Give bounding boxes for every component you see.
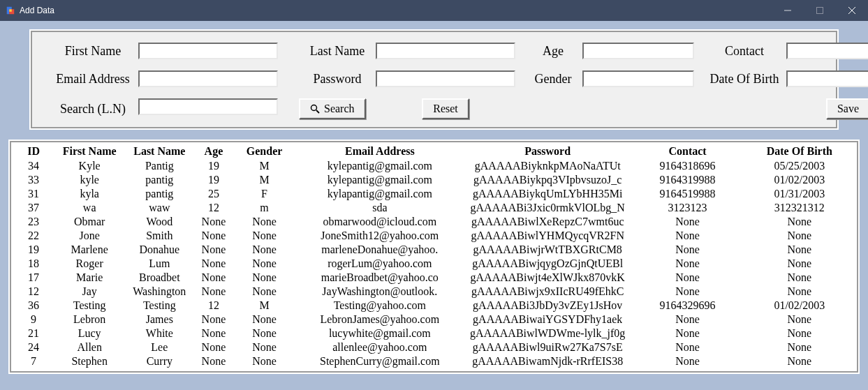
minimize-button[interactable]: [772, 0, 804, 21]
cell: 33: [13, 173, 54, 187]
form-panel: First Name Last Name Age Contact Email A…: [29, 29, 839, 130]
cell: None: [233, 243, 295, 257]
cell: gAAAAABiwaiYGSYDFhy1aek: [464, 313, 631, 327]
table-row[interactable]: 19MarleneDonahueNoneNonemarleneDonahue@y…: [13, 243, 855, 257]
table-row[interactable]: 33kylepantig19Mkylepantig@gmail.comgAAAA…: [13, 173, 855, 187]
last-name-field[interactable]: [376, 43, 515, 59]
cell: None: [194, 257, 233, 271]
cell: None: [744, 340, 855, 354]
search-input[interactable]: [138, 98, 278, 115]
gender-field[interactable]: [582, 70, 694, 87]
col-email[interactable]: Email Address: [296, 144, 464, 159]
table-row[interactable]: 36TestingTesting12MTesting@yahoo.comgAAA…: [13, 299, 855, 313]
age-field[interactable]: [582, 43, 694, 59]
cell: None: [233, 313, 295, 327]
dob-field[interactable]: [786, 70, 868, 87]
client-area: First Name Last Name Age Contact Email A…: [0, 21, 868, 390]
svg-point-5: [311, 105, 317, 111]
close-button[interactable]: [836, 0, 868, 21]
cell: None: [233, 229, 295, 243]
cell: gAAAAABiwjqygOzGjnQtUEBl: [464, 257, 631, 271]
table-row[interactable]: 21LucyWhiteNoneNonelucywhite@gmail.comgA…: [13, 327, 855, 340]
email-field[interactable]: [138, 70, 278, 87]
cell: Lucy: [54, 327, 124, 340]
table-row[interactable]: 37wawaw12msdagAAAAABi3Jxic0rmkVlOLbg_N31…: [13, 201, 855, 215]
cell: 22: [13, 229, 54, 243]
cell: kyle: [54, 173, 124, 187]
col-last-name[interactable]: Last Name: [124, 144, 194, 159]
cell: None: [744, 215, 855, 229]
table-row[interactable]: 23ObmarWoodNoneNoneobmarwood@icloud.comg…: [13, 215, 855, 229]
col-age[interactable]: Age: [194, 144, 233, 159]
cell: None: [631, 327, 743, 340]
cell: 3123123: [631, 201, 743, 215]
cell: Curry: [124, 354, 194, 368]
table-row[interactable]: 7StephenCurryNoneNoneStephenCurry@gmail.…: [13, 354, 855, 368]
data-table[interactable]: ID First Name Last Name Age Gender Email…: [13, 144, 855, 368]
reset-button[interactable]: Reset: [422, 98, 469, 119]
cell: None: [631, 229, 743, 243]
table-row[interactable]: 18RogerLumNoneNonerogerLum@yahoo.comgAAA…: [13, 257, 855, 271]
cell: m: [233, 201, 295, 215]
cell: Roger: [54, 257, 124, 271]
cell: 19: [194, 173, 233, 187]
first-name-label: First Name: [47, 44, 138, 59]
cell: Broadbet: [124, 271, 194, 285]
col-password[interactable]: Password: [464, 144, 631, 159]
titlebar: Add Data: [0, 0, 868, 21]
cell: None: [744, 354, 855, 368]
cell: James: [124, 313, 194, 327]
cell: gAAAAABi3JbDy3vZEy1JsHov: [464, 299, 631, 313]
table-row[interactable]: 24AllenLeeNoneNoneallenlee@yahoo.comgAAA…: [13, 340, 855, 354]
col-dob[interactable]: Date Of Birth: [744, 144, 855, 159]
age-label: Age: [524, 44, 582, 59]
cell: JayWashington@outlook.: [296, 285, 464, 299]
cell: None: [233, 257, 295, 271]
table-row[interactable]: 34KylePantig19Mkylepantig@gmail.comgAAAA…: [13, 159, 855, 173]
cell: Kyle: [54, 159, 124, 173]
cell: 12: [194, 201, 233, 215]
table-row[interactable]: 17MarieBroadbetNoneNonemarieBroadbet@yah…: [13, 271, 855, 285]
cell: rogerLum@yahoo.com: [296, 257, 464, 271]
col-first-name[interactable]: First Name: [54, 144, 124, 159]
col-contact[interactable]: Contact: [631, 144, 743, 159]
table-row[interactable]: 9LebronJamesNoneNoneLebronJames@yahoo.co…: [13, 313, 855, 327]
cell: 25: [194, 187, 233, 201]
cell: Marie: [54, 271, 124, 285]
col-gender[interactable]: Gender: [233, 144, 295, 159]
password-field[interactable]: [376, 70, 515, 87]
cell: marieBroadbet@yahoo.co: [296, 271, 464, 285]
cell: 12: [13, 285, 54, 299]
cell: None: [744, 327, 855, 340]
cell: 9164319988: [631, 173, 743, 187]
cell: Marlene: [54, 243, 124, 257]
cell: Stephen: [54, 354, 124, 368]
search-button-label: Search: [324, 103, 355, 115]
col-id[interactable]: ID: [13, 144, 54, 159]
cell: None: [194, 354, 233, 368]
table-row[interactable]: 22JoneSmithNoneNoneJoneSmith12@yahoo.com…: [13, 229, 855, 243]
table-row[interactable]: 12JayWashingtonNoneNoneJayWashington@out…: [13, 285, 855, 299]
cell: 21: [13, 327, 54, 340]
cell: None: [233, 285, 295, 299]
cell: 18: [13, 257, 54, 271]
cell: kylapantig@gmail.com: [296, 187, 464, 201]
email-label: Email Address: [47, 72, 138, 87]
save-button[interactable]: Save: [826, 98, 868, 119]
search-button[interactable]: Search: [299, 98, 366, 119]
cell: None: [233, 340, 295, 354]
table-row[interactable]: 31kylapantig25Fkylapantig@gmail.comgAAAA…: [13, 187, 855, 201]
first-name-field[interactable]: [138, 43, 278, 59]
cell: gAAAAABiwlYHMQycqVR2FN: [464, 229, 631, 243]
cell: gAAAAABi3Jxic0rmkVlOLbg_N: [464, 201, 631, 215]
cell: Lebron: [54, 313, 124, 327]
cell: kylepantig@gmail.com: [296, 159, 464, 173]
app-icon: [6, 6, 15, 15]
cell: None: [631, 257, 743, 271]
cell: None: [744, 243, 855, 257]
cell: JoneSmith12@yahoo.com: [296, 229, 464, 243]
cell: None: [194, 215, 233, 229]
last-name-label: Last Name: [299, 44, 376, 59]
maximize-button[interactable]: [804, 0, 836, 21]
contact-field[interactable]: [786, 43, 868, 59]
